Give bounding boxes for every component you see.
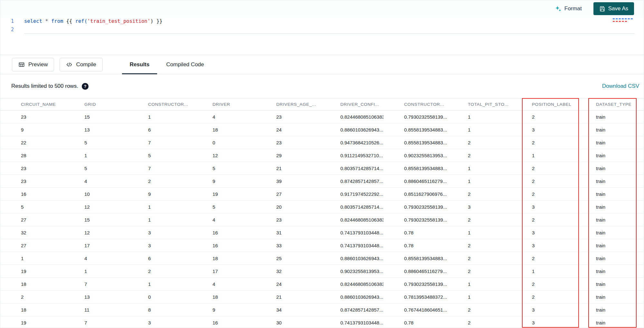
table-cell: 3: [128, 239, 192, 252]
table-cell: 5: [192, 201, 256, 214]
table-cell: 4: [192, 278, 256, 291]
table-cell: 18: [0, 278, 64, 291]
column-header: CONSTRUCTOR...: [128, 98, 192, 111]
action-bar: Preview Compile ResultsCompiled Code: [0, 55, 644, 74]
table-cell: 3: [511, 123, 575, 136]
table-cell: 0.8860465116279...: [384, 175, 447, 188]
table-cell: 0.9112149532710...: [320, 149, 384, 162]
table-cell: train: [575, 175, 644, 188]
code-token: ) }}: [150, 18, 162, 24]
table-cell: 16: [192, 316, 256, 328]
results-bar: Results limited to 500 rows. ? Download …: [0, 74, 644, 98]
code-token: from: [51, 18, 63, 24]
download-csv-link[interactable]: Download CSV: [602, 83, 639, 89]
table-cell: 0.8558139534883...: [384, 123, 447, 136]
table-cell: train: [575, 149, 644, 162]
table-cell: 0.8742857142857...: [320, 175, 384, 188]
table-cell: 17: [64, 239, 128, 252]
code-line: 1 select * from {{ ref('train_test_posit…: [0, 17, 644, 25]
table-cell: 9: [192, 304, 256, 316]
table-cell: 3: [511, 226, 575, 239]
table-body: 231514230.8244680851063830.7930232558139…: [0, 111, 644, 328]
table-row: 281512290.9112149532710...0.902325581395…: [0, 149, 644, 162]
code-icon: [66, 61, 72, 68]
table-cell: 0.7413793103448...: [320, 239, 384, 252]
table-cell: 10: [64, 188, 128, 201]
code-token: select: [24, 18, 42, 24]
compile-button[interactable]: Compile: [60, 58, 102, 71]
table-cell: 0.78: [384, 316, 447, 328]
table-cell: 0.8558139534883...: [384, 136, 447, 149]
table-cell: 1: [64, 265, 128, 278]
table-cell: 7: [128, 136, 192, 149]
table-row: 1610919270.9171974522292...0.85116279069…: [0, 188, 644, 201]
table-cell: 0.7413793103448...: [320, 316, 384, 328]
table-cell: train: [575, 201, 644, 214]
code-editor[interactable]: 1 select * from {{ ref('train_test_posit…: [0, 17, 644, 34]
table-cell: train: [575, 226, 644, 239]
table-row: 271514230.8244680851063830.7930232558139…: [0, 214, 644, 226]
table-cell: 20: [256, 201, 320, 214]
table-cell: 1: [128, 111, 192, 123]
table-row: 14618250.8860103626943...0.8558139534883…: [0, 252, 644, 265]
save-as-button[interactable]: Save As: [593, 2, 634, 15]
code-token: {{: [63, 18, 75, 24]
code-line-2-content[interactable]: [24, 25, 635, 34]
table-row: 23429390.8742857142857...0.8860465116279…: [0, 175, 644, 188]
table-cell: 2: [447, 214, 511, 226]
table-cell: 12: [64, 226, 128, 239]
table-cell: 0.7930232558139...: [384, 111, 447, 123]
table-cell: 0.8860103626943...: [320, 291, 384, 304]
column-header: TOTAL_PIT_STO...: [447, 98, 511, 111]
table-cell: 2: [511, 188, 575, 201]
format-button[interactable]: Format: [555, 5, 582, 12]
table-cell: train: [575, 214, 644, 226]
table-cell: 2: [447, 149, 511, 162]
table-cell: 21: [256, 162, 320, 175]
table-cell: 9: [128, 188, 192, 201]
line-number: 2: [0, 27, 14, 32]
table-cell: 6: [128, 252, 192, 265]
table-cell: 0.824468085106383: [320, 278, 384, 291]
table-cell: 16: [192, 226, 256, 239]
column-header: CIRCUIT_NAME: [0, 98, 64, 111]
table-cell: 25: [256, 252, 320, 265]
code-token: 'train_test_position': [87, 18, 150, 24]
question-icon[interactable]: ?: [82, 83, 89, 90]
preview-button[interactable]: Preview: [12, 58, 54, 71]
table-cell: 23: [256, 111, 320, 123]
table-row: 2717316330.7413793103448...0.7823train: [0, 239, 644, 252]
table-cell: 0.7813953488372...: [384, 291, 447, 304]
code-token: [48, 18, 51, 24]
table-cell: train: [575, 123, 644, 136]
table-row: 22570230.9473684210526...0.8558139534883…: [0, 136, 644, 149]
table-cell: 15: [64, 111, 128, 123]
table-cell: 4: [64, 252, 128, 265]
table-cell: 9: [0, 123, 64, 136]
results-table-section: CIRCUIT_NAMEGRIDCONSTRUCTOR...DRIVERDRIV…: [0, 98, 644, 328]
table-cell: 12: [192, 149, 256, 162]
code-token: [42, 18, 45, 24]
tab-results[interactable]: Results: [121, 55, 158, 74]
tab-compiled-code[interactable]: Compiled Code: [158, 55, 212, 74]
table-cell: 24: [256, 123, 320, 136]
table-cell: 0.8558139534883...: [384, 162, 447, 175]
table-cell: 2: [511, 162, 575, 175]
table-cell: 11: [64, 304, 128, 316]
table-cell: 0: [192, 136, 256, 149]
table-cell: 2: [447, 252, 511, 265]
column-header: POSITION_LABEL: [511, 98, 575, 111]
table-cell: 17: [192, 265, 256, 278]
table-cell: 39: [256, 175, 320, 188]
results-table: CIRCUIT_NAMEGRIDCONSTRUCTOR...DRIVERDRIV…: [0, 98, 644, 328]
table-cell: 19: [0, 265, 64, 278]
column-header: DRIVER: [192, 98, 256, 111]
table-cell: 2: [511, 291, 575, 304]
table-cell: 1: [447, 291, 511, 304]
table-cell: 24: [256, 278, 320, 291]
table-cell: 13: [64, 123, 128, 136]
table-cell: 2: [511, 111, 575, 123]
table-cell: 3: [511, 239, 575, 252]
table-cell: 0.8035714285714...: [320, 201, 384, 214]
table-cell: 2: [511, 136, 575, 149]
